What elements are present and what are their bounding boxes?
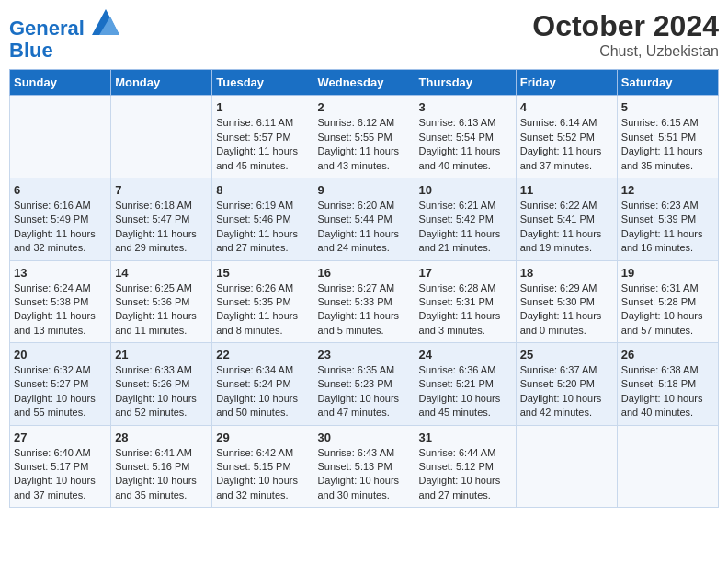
day-cell: 29Sunrise: 6:42 AMSunset: 5:15 PMDayligh… xyxy=(212,425,313,508)
day-cell: 9Sunrise: 6:20 AMSunset: 5:44 PMDaylight… xyxy=(313,178,415,260)
day-number: 21 xyxy=(115,348,208,362)
day-info-line: Sunset: 5:51 PM xyxy=(621,132,696,143)
day-info-line: Daylight: 10 hours and 40 minutes. xyxy=(621,393,703,418)
day-cell: 16Sunrise: 6:27 AMSunset: 5:33 PMDayligh… xyxy=(313,260,415,343)
day-info-line: Sunset: 5:12 PM xyxy=(419,461,494,472)
day-cell: 19Sunrise: 6:31 AMSunset: 5:28 PMDayligh… xyxy=(617,260,718,343)
day-info: Sunrise: 6:40 AMSunset: 5:17 PMDaylight:… xyxy=(14,446,107,503)
day-info-line: Sunrise: 6:41 AM xyxy=(115,447,192,458)
day-info-line: Sunrise: 6:28 AM xyxy=(419,282,496,293)
day-info-line: Daylight: 10 hours and 52 minutes. xyxy=(115,393,197,418)
day-cell: 30Sunrise: 6:43 AMSunset: 5:13 PMDayligh… xyxy=(313,425,415,508)
logo: General Blue xyxy=(9,9,119,62)
day-info-line: Sunrise: 6:43 AM xyxy=(317,447,394,458)
day-info-line: Sunset: 5:27 PM xyxy=(14,378,88,389)
day-info-line: Sunrise: 6:14 AM xyxy=(520,117,597,128)
day-info-line: Daylight: 10 hours and 57 minutes. xyxy=(621,310,703,335)
day-info-line: Daylight: 10 hours and 37 minutes. xyxy=(14,475,96,500)
day-info-line: Sunrise: 6:44 AM xyxy=(419,447,496,458)
week-row-5: 27Sunrise: 6:40 AMSunset: 5:17 PMDayligh… xyxy=(10,425,719,508)
day-info-line: Sunrise: 6:36 AM xyxy=(419,364,496,375)
day-info-line: Sunset: 5:44 PM xyxy=(317,213,392,224)
day-info-line: Sunrise: 6:18 AM xyxy=(115,200,192,211)
day-info: Sunrise: 6:42 AMSunset: 5:15 PMDaylight:… xyxy=(216,446,309,503)
logo-blue: Blue xyxy=(9,40,119,62)
day-info-line: Sunrise: 6:24 AM xyxy=(14,282,91,293)
day-info-line: Sunrise: 6:20 AM xyxy=(317,200,394,211)
day-number: 9 xyxy=(317,183,410,197)
day-info: Sunrise: 6:37 AMSunset: 5:20 PMDaylight:… xyxy=(520,363,613,420)
day-number: 19 xyxy=(621,266,714,280)
weekday-header-sunday: Sunday xyxy=(10,70,111,96)
day-number: 2 xyxy=(317,100,410,114)
day-info-line: Daylight: 10 hours and 45 minutes. xyxy=(419,393,501,418)
day-info-line: Sunset: 5:35 PM xyxy=(216,296,290,307)
day-cell: 8Sunrise: 6:19 AMSunset: 5:46 PMDaylight… xyxy=(212,178,313,260)
day-cell: 7Sunrise: 6:18 AMSunset: 5:47 PMDaylight… xyxy=(111,178,212,260)
day-info-line: Sunset: 5:17 PM xyxy=(14,461,88,472)
day-info-line: Sunset: 5:15 PM xyxy=(216,461,290,472)
day-info-line: Sunset: 5:31 PM xyxy=(419,296,494,307)
logo-icon xyxy=(92,9,119,35)
day-cell: 25Sunrise: 6:37 AMSunset: 5:20 PMDayligh… xyxy=(516,343,617,426)
day-info-line: Daylight: 11 hours and 8 minutes. xyxy=(216,310,298,335)
day-info-line: Sunrise: 6:26 AM xyxy=(216,282,293,293)
weekday-header-thursday: Thursday xyxy=(415,70,516,96)
day-cell: 22Sunrise: 6:34 AMSunset: 5:24 PMDayligh… xyxy=(212,343,313,426)
day-number: 30 xyxy=(317,431,410,444)
day-info: Sunrise: 6:31 AMSunset: 5:28 PMDaylight:… xyxy=(621,282,714,339)
day-info-line: Sunrise: 6:34 AM xyxy=(216,364,293,375)
weekday-header-wednesday: Wednesday xyxy=(313,70,415,96)
day-info-line: Sunset: 5:24 PM xyxy=(216,378,290,389)
day-number: 3 xyxy=(419,100,512,114)
day-cell: 12Sunrise: 6:23 AMSunset: 5:39 PMDayligh… xyxy=(617,178,718,260)
day-info-line: Sunset: 5:21 PM xyxy=(419,378,494,389)
day-info: Sunrise: 6:43 AMSunset: 5:13 PMDaylight:… xyxy=(317,446,410,503)
day-number: 18 xyxy=(520,266,613,280)
day-info-line: Daylight: 10 hours and 42 minutes. xyxy=(520,393,602,418)
weekday-header-saturday: Saturday xyxy=(617,70,718,96)
day-info: Sunrise: 6:35 AMSunset: 5:23 PMDaylight:… xyxy=(317,363,410,420)
day-info-line: Daylight: 11 hours and 43 minutes. xyxy=(317,145,399,170)
day-cell: 23Sunrise: 6:35 AMSunset: 5:23 PMDayligh… xyxy=(313,343,415,426)
day-info-line: Sunset: 5:52 PM xyxy=(520,132,595,143)
day-info-line: Sunrise: 6:38 AM xyxy=(621,364,699,375)
day-info-line: Sunset: 5:42 PM xyxy=(419,213,494,224)
day-number: 27 xyxy=(14,431,107,444)
day-info-line: Daylight: 11 hours and 45 minutes. xyxy=(216,145,298,170)
day-info-line: Sunrise: 6:31 AM xyxy=(621,282,699,293)
day-cell xyxy=(617,425,718,508)
day-cell: 17Sunrise: 6:28 AMSunset: 5:31 PMDayligh… xyxy=(415,260,516,343)
day-info-line: Sunset: 5:39 PM xyxy=(621,213,696,224)
day-cell: 26Sunrise: 6:38 AMSunset: 5:18 PMDayligh… xyxy=(617,343,718,426)
day-info-line: Sunset: 5:20 PM xyxy=(520,378,595,389)
day-info-line: Daylight: 11 hours and 21 minutes. xyxy=(419,228,501,253)
day-info-line: Daylight: 11 hours and 24 minutes. xyxy=(317,228,399,253)
day-number: 4 xyxy=(520,100,613,114)
day-info-line: Sunrise: 6:40 AM xyxy=(14,447,91,458)
day-cell: 21Sunrise: 6:33 AMSunset: 5:26 PMDayligh… xyxy=(111,343,212,426)
day-info: Sunrise: 6:27 AMSunset: 5:33 PMDaylight:… xyxy=(317,282,410,339)
day-number: 29 xyxy=(216,431,309,444)
day-info: Sunrise: 6:29 AMSunset: 5:30 PMDaylight:… xyxy=(520,282,613,339)
weekday-header-monday: Monday xyxy=(111,70,212,96)
location-title: Chust, Uzbekistan xyxy=(532,43,719,60)
day-number: 5 xyxy=(621,100,714,114)
day-info-line: Sunrise: 6:21 AM xyxy=(419,200,496,211)
day-cell: 27Sunrise: 6:40 AMSunset: 5:17 PMDayligh… xyxy=(10,425,111,508)
day-info-line: Sunset: 5:23 PM xyxy=(317,378,392,389)
day-info-line: Daylight: 11 hours and 0 minutes. xyxy=(520,310,602,335)
day-info: Sunrise: 6:44 AMSunset: 5:12 PMDaylight:… xyxy=(419,446,512,503)
day-info-line: Sunrise: 6:37 AM xyxy=(520,364,597,375)
day-number: 1 xyxy=(216,100,309,114)
day-number: 31 xyxy=(419,431,512,444)
header-row: SundayMondayTuesdayWednesdayThursdayFrid… xyxy=(10,70,719,96)
logo-general: General xyxy=(9,17,85,40)
month-title: October 2024 xyxy=(532,9,719,43)
day-info-line: Sunset: 5:41 PM xyxy=(520,213,595,224)
day-info-line: Sunrise: 6:13 AM xyxy=(419,117,496,128)
day-info-line: Daylight: 11 hours and 11 minutes. xyxy=(115,310,197,335)
day-cell: 20Sunrise: 6:32 AMSunset: 5:27 PMDayligh… xyxy=(10,343,111,426)
day-info: Sunrise: 6:38 AMSunset: 5:18 PMDaylight:… xyxy=(621,363,714,420)
day-info-line: Sunset: 5:57 PM xyxy=(216,132,290,143)
